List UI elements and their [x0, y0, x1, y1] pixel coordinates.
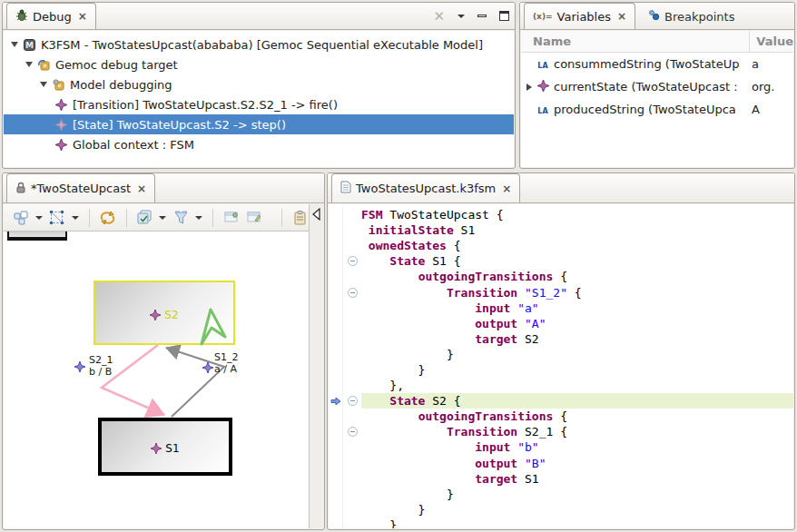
- tab-variables[interactable]: (x)= Variables ×: [524, 3, 635, 29]
- clipboard-icon[interactable]: [292, 208, 309, 228]
- close-icon[interactable]: ×: [137, 182, 146, 195]
- code-text: }: [361, 502, 793, 517]
- annotation-ruler: [329, 207, 343, 222]
- code-line-11[interactable]: }: [329, 362, 793, 378]
- code-line-6[interactable]: Transition "S1_2" {: [329, 284, 793, 300]
- code-tabbar: TwoStatesUpcast.k3fsm ×: [328, 173, 794, 203]
- remove-terminated-icon[interactable]: ✕: [433, 8, 445, 25]
- fold-collapse-icon[interactable]: [343, 424, 361, 439]
- code-line-18[interactable]: target S1: [329, 471, 793, 487]
- variable-name: currentState (TwoStateUpcast :: [554, 80, 738, 94]
- code-text: input "a": [361, 300, 793, 316]
- tab-breakpoints[interactable]: Breakpoints: [639, 3, 743, 29]
- variable-row-0[interactable]: LAconsummedString (TwoStateUpa: [521, 53, 793, 75]
- expander-icon[interactable]: [40, 82, 47, 87]
- code-line-14[interactable]: outgoingTransitions {: [329, 409, 793, 424]
- show-view-icon[interactable]: [223, 208, 240, 228]
- maximize-icon[interactable]: [499, 11, 509, 21]
- debug-tree-row-5[interactable]: Global context : FSM: [4, 134, 514, 154]
- code-line-9[interactable]: target S2: [329, 331, 793, 347]
- code-editor: TwoStatesUpcast.k3fsm × FSM TwoStateUpca…: [327, 172, 795, 530]
- refresh-icon[interactable]: [100, 208, 116, 228]
- layers-icon[interactable]: [137, 208, 153, 228]
- transition-label-S1_2[interactable]: S1_2 a / A: [214, 351, 238, 375]
- fold-collapse-icon[interactable]: [343, 253, 361, 269]
- variable-value: A: [743, 103, 760, 116]
- fold-ruler: [343, 471, 361, 487]
- fold-collapse-icon[interactable]: [343, 393, 361, 409]
- filter-icon[interactable]: [172, 208, 189, 228]
- expander-icon[interactable]: [526, 84, 532, 91]
- code-line-3[interactable]: ownedStates {: [329, 238, 793, 253]
- arrange-icon[interactable]: [49, 208, 65, 228]
- fold-ruler: [343, 487, 361, 502]
- code-line-17[interactable]: output "B": [329, 456, 793, 471]
- code-line-1[interactable]: FSM TwoStateUpcast {: [329, 207, 793, 222]
- variable-row-1[interactable]: currentState (TwoStateUpcast :org.: [521, 75, 793, 98]
- debug-tree-row-1[interactable]: Gemoc debug target: [4, 54, 514, 74]
- minimize-icon[interactable]: [477, 15, 487, 17]
- expander-icon[interactable]: [11, 42, 18, 47]
- edit-view-icon[interactable]: [246, 208, 262, 228]
- fold-collapse-icon[interactable]: [343, 284, 361, 300]
- annotation-ruler: [329, 487, 343, 502]
- close-icon[interactable]: ×: [78, 10, 87, 23]
- expander-icon[interactable]: [25, 62, 33, 67]
- diagram-canvas[interactable]: S2 S1 S2_1 b / B S1_2 a / A: [4, 232, 309, 528]
- column-value[interactable]: Value: [749, 31, 793, 52]
- variable-name: consummedString (TwoStateUp: [554, 57, 739, 71]
- state-S1-label: S1: [165, 442, 179, 455]
- annotation-ruler: [329, 502, 343, 517]
- diagram-editor: *TwoStateUpcast ×: [2, 172, 325, 530]
- file-icon: [340, 181, 351, 196]
- debug-tree-row-0[interactable]: MK3FSM - TwoStatesUpcast(abababa) [Gemoc…: [4, 34, 514, 54]
- debug-tree-row-2[interactable]: Model debugging: [4, 74, 514, 94]
- code-line-21[interactable]: }: [329, 517, 793, 528]
- tab-debug[interactable]: Debug ×: [6, 3, 96, 29]
- code-line-12[interactable]: },: [329, 378, 793, 393]
- annotation-ruler: [329, 362, 343, 378]
- filter-menu-icon[interactable]: [195, 216, 202, 220]
- code-line-10[interactable]: }: [329, 347, 793, 362]
- tab-diagram[interactable]: *TwoStateUpcast ×: [6, 173, 155, 202]
- variable-row-2[interactable]: LAproducedString (TwoStateUpcaA: [521, 98, 793, 121]
- annotation-ruler: [329, 284, 343, 300]
- variable-value: org.: [743, 80, 774, 94]
- fold-ruler: [343, 362, 361, 378]
- lock-icon: [15, 182, 26, 196]
- model-icon: [52, 78, 65, 91]
- close-icon[interactable]: ×: [502, 182, 511, 195]
- code-line-5[interactable]: outgoingTransitions {: [329, 269, 793, 284]
- arrange-menu-icon[interactable]: [72, 216, 79, 220]
- tab-code[interactable]: TwoStatesUpcast.k3fsm ×: [331, 173, 520, 202]
- code-line-13[interactable]: State S2 {: [329, 393, 793, 409]
- transition-label-S2_1[interactable]: S2_1 b / B: [89, 354, 113, 378]
- code-line-15[interactable]: Transition S2_1 {: [329, 424, 793, 439]
- annotation-ruler: [329, 238, 343, 253]
- view-menu-icon[interactable]: [458, 15, 465, 18]
- close-icon[interactable]: ×: [617, 10, 626, 23]
- layout-icon[interactable]: [13, 208, 29, 228]
- debug-tree-row-3[interactable]: [Transition] TwoStateUpcast.S2.S2_1 -> f…: [4, 94, 514, 114]
- layout-menu-icon[interactable]: [35, 216, 43, 220]
- code-line-2[interactable]: initialState S1: [329, 222, 793, 238]
- state-S1[interactable]: S1: [98, 418, 232, 476]
- column-name[interactable]: Name: [521, 34, 749, 48]
- variables-view: (x)= Variables × Breakpoints Name Value …: [519, 2, 795, 169]
- diamond-icon: [54, 138, 68, 151]
- code-line-16[interactable]: input "b": [329, 439, 793, 455]
- code-text: output "B": [361, 456, 793, 471]
- annotation-ruler: [329, 409, 343, 424]
- code-line-7[interactable]: input "a": [329, 300, 793, 316]
- code-line-20[interactable]: }: [329, 502, 793, 517]
- code-line-4[interactable]: State S1 {: [329, 253, 793, 269]
- code-text: output "A": [361, 316, 793, 331]
- fold-ruler: [343, 439, 361, 455]
- layers-menu-icon[interactable]: [159, 216, 166, 220]
- transition-icon: [202, 362, 213, 373]
- code-line-19[interactable]: }: [329, 487, 793, 502]
- collapse-palette-icon[interactable]: [311, 208, 322, 221]
- code-lines[interactable]: FSM TwoStateUpcast { initialState S1 own…: [329, 204, 793, 528]
- code-line-8[interactable]: output "A": [329, 316, 793, 331]
- debug-tree-row-4[interactable]: [State] TwoStateUpcast.S2 -> step(): [4, 114, 514, 134]
